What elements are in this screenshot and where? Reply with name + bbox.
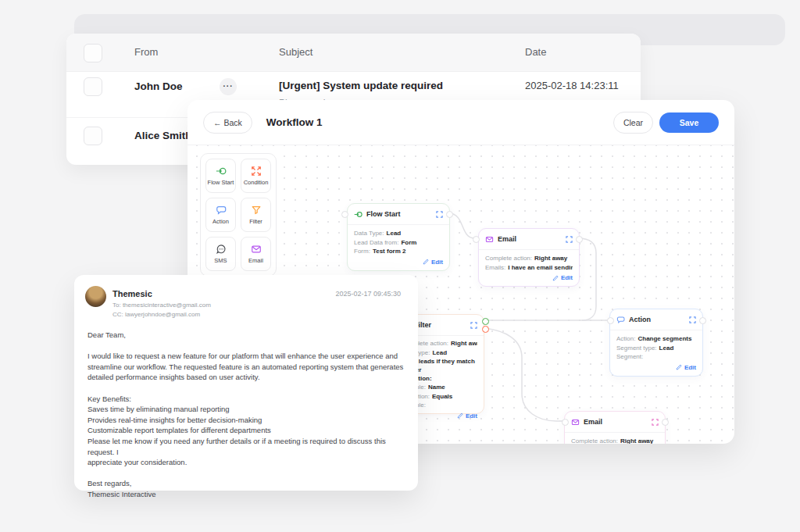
pencil-icon [457,412,463,419]
node-header: Email [479,229,579,250]
sender-avatar [85,286,106,307]
field-value: Lead [387,230,402,237]
palette-label: Flow Start [208,179,234,186]
email-icon [251,244,262,255]
field-value: Test form 2 [373,248,406,255]
node-flow-start[interactable]: Flow Start Data Type:Lead Lead Data from… [347,203,450,271]
field-value: Lead [659,345,674,352]
palette-label: Filter [249,218,262,225]
column-header-subject: Subject [279,46,312,58]
node-palette: Flow Start Condition Action Filter [200,153,277,277]
port-flow-start-in[interactable] [341,211,348,218]
save-button[interactable]: Save [659,112,719,133]
field-value: Name [428,384,445,391]
clear-button[interactable]: Clear [613,112,653,134]
field-value: Right away [534,255,567,262]
field-label: Form: [354,248,370,255]
node-title: Email [584,418,648,426]
edit-link[interactable]: Edit [485,274,573,281]
port-flow-start-out[interactable] [446,211,453,218]
node-email-top[interactable]: Email Complete action:Right away Emails:… [478,228,580,287]
email-subject[interactable]: [Urgent] System update required [279,80,443,91]
pencil-icon [552,275,559,281]
field-value: Right away [451,340,477,347]
palette-label: Condition [244,179,269,186]
email-to-line: To: themesicinteractive@gmail.com [112,302,211,309]
port-email-top-out[interactable] [576,236,583,243]
sms-icon [216,244,227,255]
email-body: Dear Team, I would like to request a new… [88,330,409,500]
port-email-bottom-in[interactable] [562,419,569,426]
node-title: Action [629,316,685,323]
expand-icon[interactable] [436,211,443,218]
workflow-header: ← Back Workflow 1 Clear Save [188,100,734,145]
port-filter-true[interactable] [482,318,489,325]
palette-item-sms[interactable]: SMS [205,237,236,271]
sender-name[interactable]: Alice Smith [134,130,192,141]
email-timestamp: 2025-02-17 09:45:30 [335,290,401,298]
field-value: I have an email sending... [508,264,573,271]
expand-icon[interactable] [566,236,573,243]
port-action-out[interactable] [699,317,706,324]
node-title: Flow Start [366,210,432,218]
email-cc-line: CC: lawyerjohndoe@gmail.com [112,311,200,318]
node-title: Email [498,235,562,243]
palette-item-email[interactable]: Email [241,237,271,271]
flow-start-icon [216,166,227,177]
sender-name[interactable]: John Doe [134,80,183,92]
field-label: Complete action: [485,255,532,262]
field-value: Lead [432,349,447,356]
port-filter-false[interactable] [482,326,489,333]
expand-icon[interactable] [652,419,659,426]
edit-link[interactable]: Edit [616,364,696,371]
port-action-in[interactable] [607,317,614,324]
field-label: Segment: [616,353,643,360]
palette-item-action[interactable]: Action [205,198,236,232]
field-label: Segment type: [616,345,657,352]
port-email-bottom-out[interactable] [662,419,669,426]
field-label: Action: [616,335,635,342]
row-menu-button[interactable]: ··· [220,78,237,95]
workflow-title: Workflow 1 [266,116,613,128]
email-detail-card: Themesic 2025-02-17 09:45:30 To: themesi… [74,275,418,491]
node-header: Action [610,309,702,330]
action-icon [616,316,625,324]
expand-icon[interactable] [689,316,696,323]
palette-item-flow-start[interactable]: Flow Start [205,159,236,193]
pencil-icon [423,259,429,265]
field-label: Lead Data from: [354,239,398,246]
field-label: Data Type: [354,230,384,237]
back-button[interactable]: ← Back [203,112,252,134]
palette-item-filter[interactable]: Filter [241,198,271,232]
flow-start-icon [354,210,362,219]
email-icon [485,235,494,244]
palette-item-condition[interactable]: Condition [241,159,271,193]
email-icon [571,418,580,427]
email-date: 2025-02-18 14:23:11 [525,80,619,91]
edit-link[interactable]: Edit [354,259,443,266]
node-action[interactable]: Action Action:Change segments Segment ty… [609,309,703,377]
field-label: Complete action: [571,437,618,444]
condition-icon [251,166,262,177]
select-all-checkbox[interactable] [84,44,102,62]
column-header-date: Date [525,46,546,58]
field-value: Change segments [638,335,691,342]
screen: From Subject Date John Doe ··· [Urgent] … [0,0,800,532]
field-value: Form [401,239,416,246]
row-checkbox[interactable] [84,77,102,96]
row-checkbox[interactable] [84,127,102,145]
field-label: Emails: [485,264,505,271]
node-header: Flow Start [348,204,449,225]
node-title: Filter [414,321,466,329]
sender-name: Themesic [112,289,152,298]
node-email-bottom[interactable]: Email Complete action:Right away Emails:… [564,411,666,444]
port-email-top-in[interactable] [473,236,480,243]
palette-label: Email [248,257,263,264]
field-value: Equals [432,393,452,400]
filter-icon [251,205,262,216]
palette-label: SMS [214,257,227,264]
node-header: Email [565,412,665,433]
column-header-from: From [134,46,158,58]
expand-icon[interactable] [470,322,477,329]
field-value: Right away [620,437,653,444]
